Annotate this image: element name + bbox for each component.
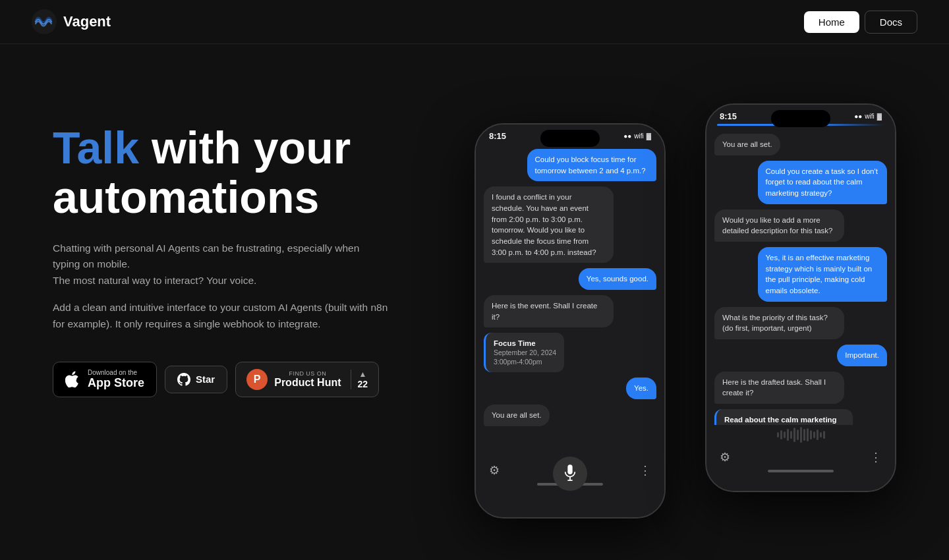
phone1-time: 8:15 xyxy=(489,131,506,141)
ph-top-text: FIND US ON xyxy=(274,370,341,377)
wave-bar xyxy=(803,429,805,441)
app-store-top-text: Download on the xyxy=(88,369,144,376)
app-store-main-text: App Store xyxy=(88,376,144,391)
wave-bar xyxy=(807,428,809,441)
phone2-msg1: You are all set. xyxy=(714,134,780,155)
phone2-msg5: What is the priority of this task? (do f… xyxy=(714,307,844,339)
product-hunt-text: FIND US ON Product Hunt xyxy=(274,370,341,389)
battery-icon-2: ▓ xyxy=(877,113,882,120)
phone1-status-icons: ●● wifi ▓ xyxy=(623,132,651,140)
phone2-home-indicator xyxy=(768,470,834,472)
phone2-msg7: Here is the drafted task. Shall I create… xyxy=(714,372,844,404)
ph-arrow-icon: ▲ xyxy=(359,370,366,379)
app-store-button[interactable]: Download on the App Store xyxy=(53,362,157,398)
logo-text: Vagent xyxy=(63,13,111,30)
ph-count-number: 22 xyxy=(358,379,368,389)
phone2-msg3: Would you like to add a more detailed de… xyxy=(714,210,844,242)
phone2-chat-area: You are all set. Could you create a task… xyxy=(706,128,895,425)
wave-bar xyxy=(780,430,782,439)
phone1-msg4-pre: Here is the event. Shall I create it? xyxy=(484,295,614,327)
phone2-msg4: Yes, it is an effective marketing strate… xyxy=(758,247,888,302)
ph-count-block: ▲ 22 xyxy=(351,370,368,389)
mic-icon xyxy=(563,464,577,483)
phone-2: 8:15 ●● wifi ▓ You are all set. Could yo… xyxy=(705,103,896,492)
phone2-task-card: Read about the calm marketing strategy I… xyxy=(714,409,853,425)
battery-icon: ▓ xyxy=(647,132,651,140)
logo[interactable]: Vagent xyxy=(32,9,111,34)
phone2-msg6: Important. xyxy=(837,345,887,366)
phone1-chat-area: Could you block focus time for tomorrow … xyxy=(476,144,664,458)
nav-links: Home Docs xyxy=(804,11,917,34)
phone2-bottom-bar: ⚙ ⋮ xyxy=(706,445,895,470)
cta-buttons: Download on the App Store Star P FIND US… xyxy=(53,362,435,398)
phone1-event-card: Focus Time September 20, 2024 3:00pm-4:0… xyxy=(484,333,564,372)
wave-bar xyxy=(777,432,779,437)
wave-bar xyxy=(800,427,802,443)
wave-bar xyxy=(784,432,786,438)
phone2-dots-icon[interactable]: ⋮ xyxy=(870,450,882,464)
phone1-gear-icon[interactable]: ⚙ xyxy=(489,463,500,478)
phone1-event-time: 3:00pm-4:00pm xyxy=(494,358,556,366)
wave-bar xyxy=(813,432,815,438)
phone-showcase: 8:15 ●● wifi ▓ Could you block focus tim… xyxy=(435,84,896,560)
phone1-dots-icon[interactable]: ⋮ xyxy=(639,463,651,478)
wave-bar xyxy=(793,428,795,442)
main-content: Talk with yourautomations Chatting with … xyxy=(0,44,949,560)
wave-bar xyxy=(817,430,819,440)
phone2-time: 8:15 xyxy=(720,111,737,121)
phone1-msg6: You are all set. xyxy=(484,405,550,426)
wave-bar xyxy=(823,431,825,439)
hero-title-highlight: Talk xyxy=(53,123,139,173)
hero-title: Talk with yourautomations xyxy=(53,123,435,222)
wave-bar xyxy=(820,432,822,437)
phone1-event-date: September 20, 2024 xyxy=(494,349,556,356)
hero-section: Talk with yourautomations Chatting with … xyxy=(53,84,435,397)
home-button[interactable]: Home xyxy=(804,11,859,33)
phone2-gear-icon[interactable]: ⚙ xyxy=(720,450,730,464)
ph-main-text: Product Hunt xyxy=(274,377,341,389)
phone1-msg1: Could you block focus time for tomorrow … xyxy=(527,149,657,181)
phone1-msg5: Yes. xyxy=(626,378,656,399)
phone1-dynamic-island xyxy=(540,130,600,147)
wave-bar xyxy=(797,430,799,440)
phone1-mic-button[interactable] xyxy=(553,457,587,491)
phone2-bottom: ⚙ ⋮ xyxy=(706,445,895,491)
github-star-label: Star xyxy=(196,374,215,385)
svg-rect-1 xyxy=(567,464,572,474)
wave-bar xyxy=(810,430,812,439)
phone2-task-title: Read about the calm marketing strategy xyxy=(724,416,845,425)
phone1-status-bar: 8:15 ●● wifi ▓ xyxy=(476,125,664,144)
phone1-bottom: ⚙ ⋮ xyxy=(476,458,664,517)
phone1-event-title: Focus Time xyxy=(494,339,556,347)
phone2-dynamic-island xyxy=(771,110,830,127)
signal-icon: ●● xyxy=(623,132,631,140)
apple-icon xyxy=(65,370,81,389)
hero-desc-2: Add a clean and intuitive interface to y… xyxy=(53,300,395,333)
wave-bar xyxy=(790,431,792,439)
logo-icon xyxy=(32,9,57,34)
hero-desc-1: Chatting with personal AI Agents can be … xyxy=(53,240,382,289)
product-hunt-logo: P xyxy=(246,369,268,390)
docs-button[interactable]: Docs xyxy=(865,11,917,34)
wifi-icon-2: wifi xyxy=(865,113,874,120)
signal-icon-2: ●● xyxy=(854,113,862,120)
phone2-msg2: Could you create a task so I don't forge… xyxy=(758,161,888,204)
wave-bar xyxy=(787,429,789,441)
product-hunt-button[interactable]: P FIND US ON Product Hunt ▲ 22 xyxy=(235,362,379,397)
phone1-msg2: I found a conflict in your schedule. You… xyxy=(484,186,614,263)
phone1-msg3: Yes, sounds good. xyxy=(579,268,656,290)
wifi-icon: wifi xyxy=(634,132,643,140)
phone2-waveform xyxy=(706,425,895,445)
github-star-button[interactable]: Star xyxy=(165,366,227,393)
github-icon xyxy=(177,373,190,386)
navbar: Vagent Home Docs xyxy=(0,0,949,44)
phone2-status-bar: 8:15 ●● wifi ▓ xyxy=(706,105,895,124)
phone-1: 8:15 ●● wifi ▓ Could you block focus tim… xyxy=(474,123,666,518)
phone2-status-icons: ●● wifi ▓ xyxy=(854,113,882,120)
